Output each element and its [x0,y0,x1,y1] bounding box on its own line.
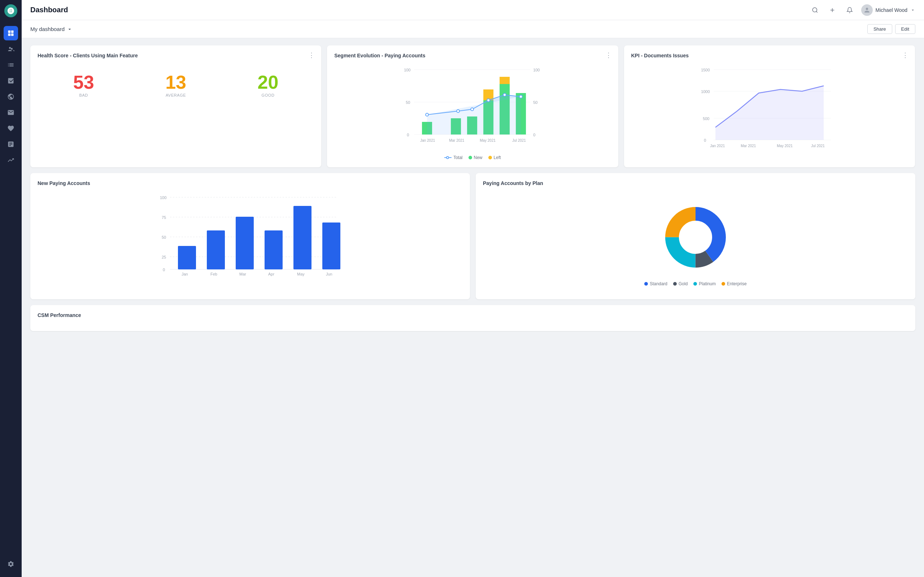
svg-text:0: 0 [704,138,706,142]
sidebar-item-inbox[interactable] [3,105,18,120]
svg-point-32 [519,95,522,98]
dashboard-name: My dashboard [30,26,65,32]
sidebar-item-dashboard[interactable] [3,26,18,40]
notifications-button[interactable] [844,4,855,16]
sub-header: My dashboard Share Edit [22,20,924,38]
svg-rect-61 [236,217,254,269]
svg-rect-59 [178,246,196,269]
paying-accounts-plan-card: Paying Accounts by Plan [476,173,915,299]
svg-rect-62 [265,230,283,269]
segment-evolution-card: Segment Evolution - Paying Accounts ⋮ 10… [327,45,618,167]
average-score: 13 AVERAGE [165,73,186,97]
svg-text:Mar 2021: Mar 2021 [449,139,465,142]
svg-text:Jan 2021: Jan 2021 [710,144,725,148]
dashboard-content: Health Score - Clients Using Main Featur… [22,38,924,577]
app-logo[interactable] [4,4,17,17]
bad-value: 53 [73,73,94,92]
svg-text:Jul 2021: Jul 2021 [811,144,825,148]
legend-gold: Gold [673,281,688,286]
search-button[interactable] [809,4,821,16]
average-value: 13 [165,73,186,92]
svg-line-7 [816,11,817,12]
legend-platinum: Platinum [693,281,716,286]
svg-text:1000: 1000 [701,89,709,94]
sidebar-item-settings[interactable] [3,557,18,571]
segment-evolution-menu[interactable]: ⋮ [605,51,612,59]
svg-text:Jun: Jun [326,272,333,276]
segment-evolution-chart: 100 50 0 100 50 0 [334,64,611,152]
kpi-documents-title: KPI - Documents Issues [631,53,908,58]
edit-button[interactable]: Edit [895,24,915,34]
health-score-card: Health Score - Clients Using Main Featur… [30,45,321,167]
new-paying-accounts-chart: 100 75 50 25 0 [37,192,463,284]
kpi-documents-card: KPI - Documents Issues ⋮ 1500 1000 500 0 [624,45,915,167]
user-name: Michael Wood [876,7,908,13]
share-button[interactable]: Share [867,24,892,34]
svg-point-5 [9,47,11,49]
csm-performance-title: CSM Performance [37,312,908,318]
header: Dashboard Michael Wood [22,0,924,20]
donut-chart [656,198,735,277]
svg-rect-63 [294,206,312,269]
add-button[interactable] [827,4,838,16]
svg-text:1500: 1500 [701,68,709,72]
legend-standard: Standard [644,281,667,286]
bottom-cards-row: New Paying Accounts 100 75 50 25 0 [30,173,915,299]
good-label: GOOD [258,93,279,97]
sidebar-item-integrations[interactable] [3,89,18,104]
svg-rect-4 [11,34,14,36]
svg-text:0: 0 [163,268,165,272]
svg-rect-60 [207,230,225,269]
legend-left: Left [488,155,501,160]
dashboard-selector[interactable]: My dashboard [30,26,73,32]
svg-text:Jan: Jan [181,272,188,276]
svg-text:May 2021: May 2021 [480,139,496,142]
svg-text:May: May [297,272,305,276]
svg-text:Mar: Mar [239,272,246,276]
kpi-documents-menu[interactable]: ⋮ [902,51,909,59]
paying-accounts-plan-title: Paying Accounts by Plan [483,180,908,186]
svg-text:0: 0 [407,133,409,137]
svg-text:100: 100 [404,68,410,72]
svg-text:100: 100 [160,195,166,200]
svg-text:25: 25 [162,255,166,259]
main-area: Dashboard Michael Wood My dashboard [22,0,924,577]
legend-new: New [468,155,483,160]
legend-total: Total [444,155,462,160]
svg-rect-2 [11,31,14,33]
avatar [861,4,873,16]
svg-text:Apr: Apr [268,272,274,276]
svg-point-31 [503,93,506,96]
svg-point-30 [487,99,490,102]
sidebar-item-health[interactable] [3,121,18,135]
svg-point-28 [457,110,459,113]
health-score-title: Health Score - Clients Using Main Featur… [37,53,314,58]
svg-point-75 [680,221,711,253]
svg-point-0 [10,10,12,12]
sidebar-item-tasks[interactable] [3,74,18,88]
svg-text:Feb: Feb [210,272,217,276]
sidebar-item-list[interactable] [3,58,18,72]
svg-text:0: 0 [533,133,535,137]
svg-rect-64 [322,222,340,269]
kpi-documents-chart: 1500 1000 500 0 Jan [631,64,908,160]
new-paying-accounts-card: New Paying Accounts 100 75 50 25 0 [30,173,470,299]
good-score: 20 GOOD [258,73,279,97]
sub-header-actions: Share Edit [867,24,915,34]
health-score-menu[interactable]: ⋮ [308,51,315,59]
bad-score: 53 BAD [73,73,94,97]
average-label: AVERAGE [165,93,186,97]
svg-text:500: 500 [703,116,709,121]
svg-text:May 2021: May 2021 [777,144,793,148]
svg-text:75: 75 [162,215,166,220]
user-profile[interactable]: Michael Wood [861,4,915,16]
donut-chart-container: Standard Gold Platinum Enterprise [483,192,908,292]
sidebar-item-analytics[interactable] [3,153,18,167]
sidebar-item-reports[interactable] [3,137,18,152]
sidebar-item-customers[interactable] [3,42,18,56]
svg-text:Jan 2021: Jan 2021 [420,139,435,142]
segment-evolution-title: Segment Evolution - Paying Accounts [334,53,611,58]
svg-rect-3 [8,34,11,36]
segment-legend: Total New Left [334,155,611,160]
svg-text:50: 50 [406,100,410,105]
